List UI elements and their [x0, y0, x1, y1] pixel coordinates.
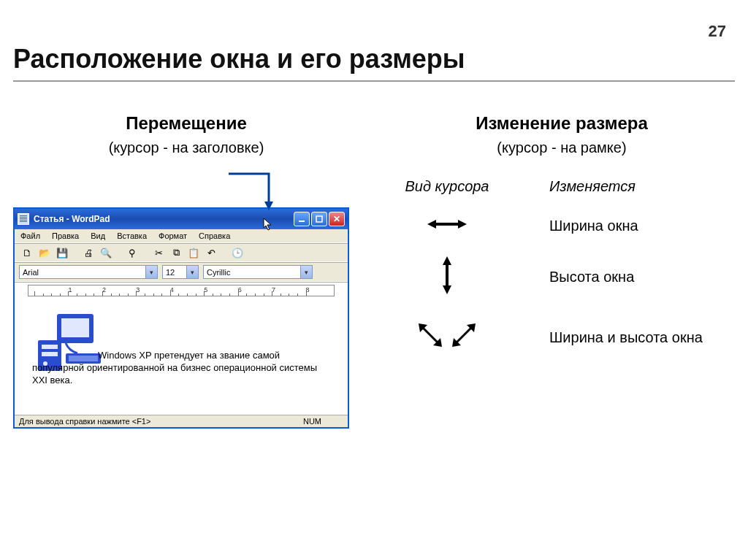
header-cursor: Вид курсора: [389, 178, 505, 195]
menu-help[interactable]: Справка: [196, 231, 233, 241]
vertical-resize-cursor-icon: [440, 256, 454, 294]
paste-icon[interactable]: 📋: [187, 246, 200, 259]
wordpad-window: Статья - WordPad ✕ Файл Правка Вид Встав…: [13, 207, 349, 429]
svg-marker-15: [443, 256, 451, 265]
right-column: Изменение размера (курсор - на рамке) Ви…: [389, 113, 735, 429]
save-icon[interactable]: 💾: [56, 246, 69, 259]
cursor-table-header: Вид курсора Изменяется: [389, 178, 735, 195]
size-select[interactable]: 12: [162, 265, 199, 279]
wordpad-toolbar: 🗋 📂 💾 🖨 🔍 ⚲ ✂ ⧉ 📋 ↶ 🕒: [15, 243, 348, 262]
svg-marker-16: [443, 285, 451, 294]
page-number: 27: [709, 22, 726, 41]
svg-rect-7: [42, 352, 58, 356]
svg-line-17: [421, 326, 439, 344]
diagonal-resize-cursor-icon: [414, 319, 480, 356]
menu-edit[interactable]: Правка: [49, 231, 82, 241]
menu-insert[interactable]: Вставка: [114, 231, 150, 241]
arrow-annotation: [226, 172, 278, 212]
close-button[interactable]: ✕: [329, 212, 345, 226]
cursor-row-width: Ширина окна: [389, 217, 735, 234]
cursor-label-width: Ширина окна: [549, 218, 638, 234]
wordpad-titlebar[interactable]: Статья - WordPad ✕: [15, 209, 348, 229]
font-select-value: Arial: [23, 268, 39, 277]
left-sub: (курсор - на заголовке): [13, 139, 359, 156]
right-heading: Изменение размера: [389, 113, 735, 134]
svg-marker-12: [427, 220, 436, 229]
maximize-button[interactable]: [311, 212, 327, 226]
status-num: NUM: [303, 417, 321, 426]
menu-format[interactable]: Формат: [156, 231, 190, 241]
undo-icon[interactable]: ↶: [205, 246, 218, 259]
page-title: Расположение окна и его размеры: [13, 44, 465, 74]
print-icon[interactable]: 🖨: [82, 246, 95, 259]
svg-line-20: [455, 326, 473, 344]
copy-icon[interactable]: ⧉: [169, 246, 183, 259]
cut-icon[interactable]: ✂: [152, 246, 165, 259]
cursor-label-both: Ширина и высота окна: [549, 329, 703, 346]
find-icon[interactable]: ⚲: [126, 246, 139, 259]
svg-rect-4: [61, 318, 89, 337]
menu-view[interactable]: Вид: [88, 231, 108, 241]
svg-rect-6: [42, 345, 58, 349]
left-heading: Перемещение: [13, 113, 359, 134]
svg-rect-1: [299, 220, 305, 222]
wordpad-statusbar: Для вывода справки нажмите <F1> NUM: [15, 415, 348, 427]
wordpad-ruler: 12345678: [15, 282, 348, 298]
cursor-row-height: Высота окна: [389, 256, 735, 297]
menu-file[interactable]: Файл: [18, 231, 43, 241]
status-help: Для вывода справки нажмите <F1>: [19, 417, 150, 426]
left-column: Перемещение (курсор - на заголовке) Стат…: [13, 113, 359, 429]
wordpad-app-icon: [18, 213, 29, 225]
horizontal-resize-cursor-icon: [427, 217, 467, 231]
title-underline: [13, 80, 735, 82]
minimize-button[interactable]: [294, 212, 310, 226]
cursor-row-both: Ширина и высота окна: [389, 319, 735, 356]
svg-rect-2: [316, 216, 322, 222]
font-select[interactable]: Arial: [19, 265, 158, 279]
open-icon[interactable]: 📂: [38, 246, 51, 259]
svg-marker-0: [264, 202, 273, 210]
cursor-label-height: Высота окна: [549, 269, 634, 285]
wordpad-document[interactable]: Windows XP претендует на звание самой по…: [15, 298, 348, 415]
charset-select[interactable]: Cyrillic: [203, 265, 313, 279]
right-sub: (курсор - на рамке): [389, 139, 735, 156]
wordpad-formatbar: Arial 12 Cyrillic: [15, 262, 348, 282]
size-select-value: 12: [166, 268, 175, 277]
svg-marker-13: [458, 220, 467, 229]
wordpad-menubar: Файл Правка Вид Вставка Формат Справка: [15, 229, 348, 243]
wordpad-title: Статья - WordPad: [34, 214, 264, 224]
preview-icon[interactable]: 🔍: [99, 246, 112, 259]
header-changes: Изменяется: [549, 178, 636, 195]
charset-select-value: Cyrillic: [207, 268, 230, 277]
new-icon[interactable]: 🗋: [20, 246, 34, 259]
datetime-icon[interactable]: 🕒: [231, 246, 244, 259]
svg-rect-10: [69, 356, 98, 361]
